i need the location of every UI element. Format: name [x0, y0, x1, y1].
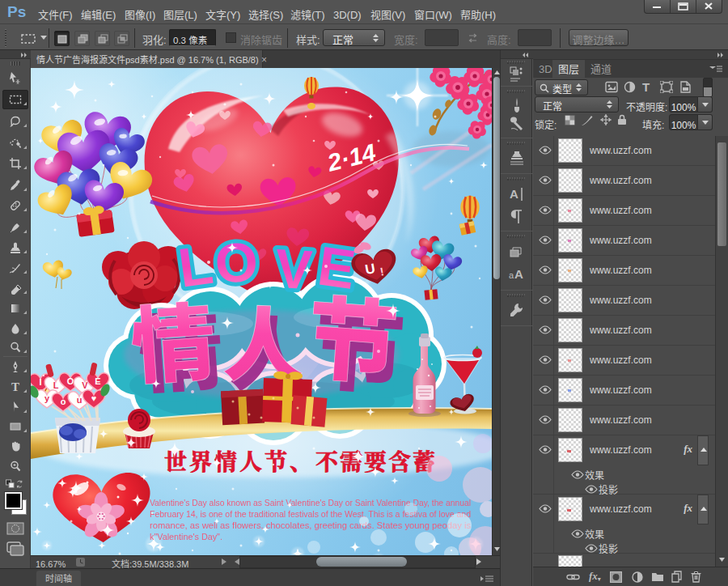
svg-text:♥: ♥: [91, 393, 97, 403]
svg-text:a: a: [509, 270, 514, 280]
svg-text:A: A: [514, 267, 523, 281]
svg-text:T: T: [11, 380, 19, 393]
svg-text:romance, as well as flowers, c: romance, as well as flowers, chocolates,…: [150, 520, 472, 530]
svg-text:世界情人节、: 世界情人节、: [164, 444, 315, 477]
svg-text:u: u: [77, 395, 83, 405]
svg-text:I: I: [39, 377, 41, 387]
svg-text:February 14, is one of the tra: February 14, is one of the traditional f…: [150, 509, 471, 519]
svg-text:O: O: [67, 376, 74, 386]
svg-text:L: L: [53, 380, 59, 390]
svg-text:k"Valentine's Day".: k"Valentine's Day".: [150, 532, 222, 541]
svg-text:o: o: [61, 397, 66, 406]
svg-text:O: O: [213, 230, 260, 295]
svg-text:y: y: [44, 393, 50, 403]
svg-text:E: E: [95, 376, 100, 386]
svg-text:Valentine's Day also known as: Valentine's Day also known as Saint Vale…: [150, 498, 471, 507]
svg-text:A: A: [510, 187, 518, 201]
